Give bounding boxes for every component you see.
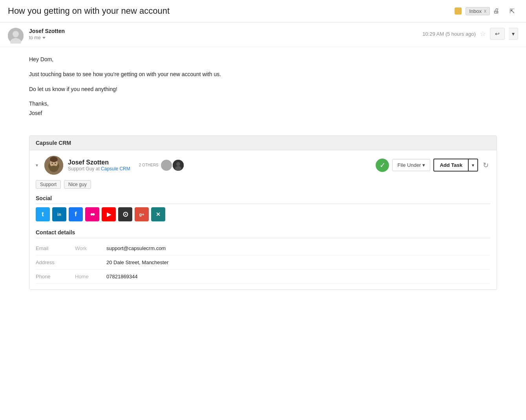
flickr-icon[interactable]: •• xyxy=(85,207,99,221)
file-under-label: File Under xyxy=(397,162,421,168)
address-value: 20 Dale Street, Manchester xyxy=(106,259,168,265)
contact-title: Support Guy at Capsule CRM xyxy=(68,166,130,172)
email-signature: Josef xyxy=(29,110,42,116)
others-avatars xyxy=(161,160,184,171)
other-avatar-2 xyxy=(173,160,184,171)
email-closing: Thanks, Josef xyxy=(29,99,497,118)
social-section: Social t in f •• ▶ ⊙ g+ ✕ xyxy=(36,195,490,221)
svg-point-8 xyxy=(52,163,53,164)
print-button[interactable]: 🖨 xyxy=(490,5,502,17)
crm-panel: Capsule CRM ▾ xyxy=(29,135,497,290)
address-label: Address xyxy=(36,259,75,265)
contact-name-section: Josef Szotten Support Guy at Capsule CRM xyxy=(68,159,130,172)
social-row: t in f •• ▶ ⊙ g+ ✕ xyxy=(36,207,490,221)
contact-details-section: Contact details Email Work support@capsu… xyxy=(36,229,490,284)
add-task-button-group: Add Task ▾ xyxy=(433,159,478,172)
add-task-button[interactable]: Add Task xyxy=(433,159,468,172)
file-under-button[interactable]: File Under ▾ xyxy=(392,159,430,171)
inbox-close-button[interactable]: x xyxy=(484,8,486,14)
sender-info: Josef Szotten to me xyxy=(29,28,422,40)
others-label: 2 OTHERS xyxy=(139,163,159,168)
contact-details-table: Email Work support@capsulecrm.com Addres… xyxy=(36,241,490,284)
facebook-icon[interactable]: f xyxy=(69,207,83,221)
more-button[interactable]: ▾ xyxy=(509,28,518,40)
inbox-tag[interactable]: Inbox x xyxy=(466,7,490,15)
xing-icon[interactable]: ✕ xyxy=(151,207,165,221)
email-label: Email xyxy=(36,245,75,251)
contact-full-name: Josef Szotten xyxy=(68,159,130,166)
email-body: Hey Dom, Just touching base to see how y… xyxy=(0,47,526,131)
tags-row: Support Nice guy xyxy=(36,180,490,189)
timestamp: 10:29 AM (5 hours ago) xyxy=(422,31,476,37)
add-task-dropdown[interactable]: ▾ xyxy=(468,159,478,172)
header-actions: 🖨 ⇱ xyxy=(490,5,518,17)
phone-label: Phone xyxy=(36,274,75,279)
others-section: 2 OTHERS xyxy=(139,160,184,171)
sender-name: Josef Szotten xyxy=(29,28,422,34)
star-icon[interactable]: ☆ xyxy=(480,29,486,38)
popout-button[interactable]: ⇱ xyxy=(506,5,518,17)
phone-type: Home xyxy=(75,274,106,279)
crm-panel-body: ▾ xyxy=(29,150,497,289)
print-icon: 🖨 xyxy=(493,7,499,15)
label-icon xyxy=(455,7,462,15)
google-plus-icon[interactable]: g+ xyxy=(135,207,149,221)
collapse-arrow[interactable]: ▾ xyxy=(36,163,38,168)
contact-title-text: Support Guy at xyxy=(68,166,100,172)
svg-point-9 xyxy=(55,163,56,164)
sender-meta: 10:29 AM (5 hours ago) ☆ ↩ ▾ xyxy=(422,28,518,40)
svg-point-12 xyxy=(176,162,180,166)
email-header: How you getting on with your new account… xyxy=(0,0,526,22)
sender-avatar xyxy=(8,28,24,44)
file-under-arrow: ▾ xyxy=(422,162,425,168)
github-icon[interactable]: ⊙ xyxy=(118,207,132,221)
inbox-tag-label: Inbox xyxy=(469,8,482,14)
youtube-icon[interactable]: ▶ xyxy=(102,207,116,221)
email-subject: How you getting on with your new account xyxy=(8,6,451,16)
crm-panel-header: Capsule CRM xyxy=(29,136,497,150)
crm-actions: ✓ File Under ▾ Add Task ▾ ↻ xyxy=(376,159,490,172)
svg-point-10 xyxy=(53,164,55,165)
email-value: support@capsulecrm.com xyxy=(106,245,166,251)
contact-detail-phone: Phone Home 07821869344 xyxy=(36,270,490,284)
contact-avatar xyxy=(44,156,63,175)
more-icon: ▾ xyxy=(512,31,515,37)
check-symbol: ✓ xyxy=(380,161,385,170)
contact-detail-email: Email Work support@capsulecrm.com xyxy=(36,241,490,256)
email-type: Work xyxy=(75,245,106,251)
email-greeting: Hey Dom, xyxy=(29,55,497,64)
svg-point-13 xyxy=(175,166,181,171)
svg-point-1 xyxy=(13,31,19,37)
refresh-button[interactable]: ↻ xyxy=(481,159,490,171)
sender-to: to me xyxy=(29,35,422,40)
email-line1: Just touching base to see how you're get… xyxy=(29,70,497,79)
phone-value: 07821869344 xyxy=(106,274,138,279)
check-icon[interactable]: ✓ xyxy=(376,159,389,172)
tag-support[interactable]: Support xyxy=(36,180,61,189)
contact-details-header: Contact details xyxy=(36,229,490,238)
twitter-icon[interactable]: t xyxy=(36,207,50,221)
contact-row: ▾ xyxy=(36,156,490,180)
contact-company-link[interactable]: Capsule CRM xyxy=(101,166,130,172)
contact-detail-address: Address 20 Dale Street, Manchester xyxy=(36,256,490,270)
crm-panel-title: Capsule CRM xyxy=(36,140,71,146)
reply-button[interactable]: ↩ xyxy=(490,28,505,40)
email-closing-text: Thanks, xyxy=(29,100,49,107)
social-section-header: Social xyxy=(36,195,490,204)
email-line2: Do let us know if you need anything! xyxy=(29,85,497,94)
other-avatar-1 xyxy=(161,160,172,171)
sender-row: Josef Szotten to me 10:29 AM (5 hours ag… xyxy=(0,22,526,47)
tag-nice-guy[interactable]: Nice guy xyxy=(64,180,91,189)
to-dropdown-arrow[interactable] xyxy=(42,37,46,39)
to-label: to me xyxy=(29,35,41,40)
svg-point-7 xyxy=(49,166,58,172)
reply-icon: ↩ xyxy=(495,31,500,37)
svg-point-6 xyxy=(50,157,58,162)
linkedin-icon[interactable]: in xyxy=(52,207,66,221)
popout-icon: ⇱ xyxy=(510,7,515,15)
